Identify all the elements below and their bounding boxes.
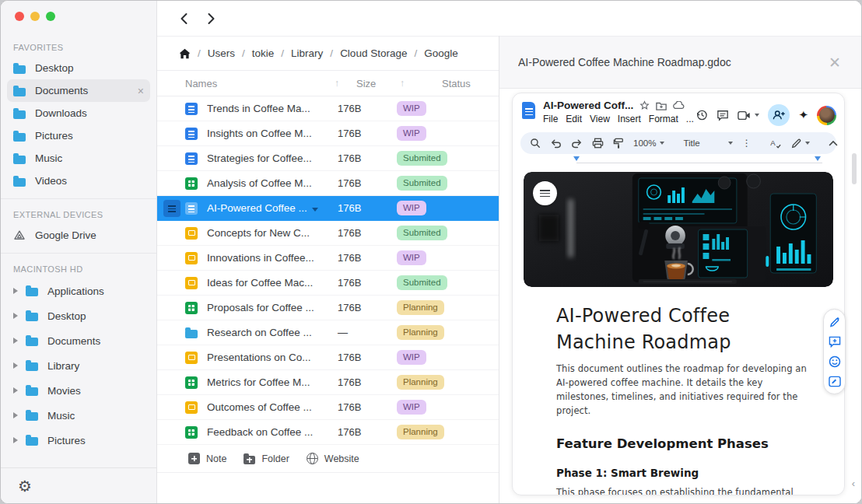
help-me-write-icon[interactable] bbox=[829, 316, 841, 328]
add-comment-icon[interactable] bbox=[829, 336, 841, 348]
sidebar-item-hd-folder[interactable]: Applications bbox=[7, 278, 150, 303]
table-row[interactable]: Concepts for New C... 176B Submited bbox=[157, 221, 499, 246]
spelling-check-icon[interactable]: A bbox=[770, 138, 782, 149]
search-menus-icon[interactable] bbox=[530, 138, 541, 149]
breadcrumb-segment-label[interactable]: Users bbox=[208, 47, 235, 59]
account-avatar[interactable] bbox=[817, 106, 836, 125]
table-row[interactable]: Feedback on Coffee ... 176B Planning bbox=[157, 420, 499, 445]
breadcrumb-segment-label[interactable]: tokie bbox=[252, 47, 275, 59]
close-preview-icon[interactable]: ✕ bbox=[829, 55, 841, 70]
breadcrumb-segment-label[interactable]: Cloud Storage bbox=[340, 47, 407, 59]
gdoc-file-icon bbox=[522, 102, 535, 119]
table-row[interactable]: Insights on Coffee M... 176B WIP bbox=[157, 121, 499, 146]
chevron-down-icon[interactable] bbox=[312, 208, 318, 212]
disclosure-triangle-icon[interactable] bbox=[13, 437, 18, 443]
table-row[interactable]: AI-Powered Coffee ... 176B WIP bbox=[157, 196, 499, 221]
zoom-window-button[interactable] bbox=[46, 12, 55, 21]
gdoc-title[interactable]: AI-Powered Coff... bbox=[543, 100, 633, 111]
breadcrumb-segment-label[interactable]: Google bbox=[424, 47, 458, 59]
sidebar-item-favorite[interactable]: Documents × bbox=[7, 79, 150, 102]
sidebar-item-hd-folder[interactable]: Music bbox=[7, 403, 150, 428]
back-button[interactable] bbox=[179, 12, 189, 25]
table-row[interactable]: Ideas for Coffee Mac... 176B Submited bbox=[157, 271, 499, 296]
meet-camera-icon[interactable] bbox=[738, 110, 759, 121]
column-header-names[interactable]: Names bbox=[185, 78, 335, 89]
redo-icon[interactable] bbox=[571, 138, 583, 149]
sidebar-item-hd-folder[interactable]: Documents bbox=[7, 328, 150, 353]
move-to-folder-icon[interactable] bbox=[656, 101, 667, 110]
sidebar-item-favorite[interactable]: Videos × bbox=[7, 170, 150, 192]
collapse-toolbar-icon[interactable] bbox=[829, 140, 838, 146]
create-item-button[interactable]: Folder bbox=[244, 453, 289, 464]
zoom-select[interactable]: 100% bbox=[633, 138, 664, 148]
collapse-panel-icon[interactable]: ‹ bbox=[852, 478, 855, 489]
share-button[interactable] bbox=[768, 104, 790, 126]
sidebar-item-hd-folder[interactable]: Desktop bbox=[7, 303, 150, 328]
sort-ascending-icon-size[interactable]: ↑ bbox=[400, 78, 422, 89]
sidebar-item-hd-folder[interactable]: Movies bbox=[7, 378, 150, 403]
disclosure-triangle-icon[interactable] bbox=[13, 313, 18, 319]
disclosure-triangle-icon[interactable] bbox=[13, 338, 18, 344]
sidebar-item-favorite[interactable]: Downloads × bbox=[7, 102, 150, 124]
gemini-sparkle-icon[interactable]: ✦ bbox=[798, 108, 808, 122]
cloud-saved-icon[interactable] bbox=[673, 101, 685, 110]
coffee-machine-hero-image[interactable] bbox=[524, 172, 833, 287]
menu-item[interactable]: File bbox=[543, 114, 558, 124]
close-window-button[interactable] bbox=[15, 12, 24, 21]
sidebar-item-favorite[interactable]: Desktop × bbox=[7, 57, 150, 79]
star-icon[interactable] bbox=[639, 100, 650, 110]
image-options-button[interactable] bbox=[533, 181, 557, 205]
sidebar-item-hd-folder[interactable]: Pictures bbox=[7, 428, 150, 453]
file-type-icon bbox=[185, 152, 198, 165]
editing-mode-icon[interactable] bbox=[791, 138, 810, 149]
menu-item[interactable]: Format bbox=[649, 114, 678, 124]
column-header-size[interactable]: Size bbox=[356, 78, 400, 89]
file-size: 176B bbox=[338, 177, 397, 189]
table-row[interactable]: Analysis of Coffee M... 176B Submited bbox=[157, 171, 499, 196]
undo-icon[interactable] bbox=[550, 138, 562, 149]
menu-item[interactable]: View bbox=[590, 114, 610, 124]
create-item-button[interactable]: Note bbox=[188, 453, 226, 464]
indent-marker-right[interactable] bbox=[815, 156, 821, 161]
sidebar-item-favorite[interactable]: Pictures × bbox=[7, 124, 150, 147]
preview-scrollbar-thumb[interactable] bbox=[852, 153, 857, 184]
sidebar-item-favorite[interactable]: Music × bbox=[7, 147, 150, 170]
comments-icon[interactable] bbox=[717, 110, 729, 121]
disclosure-triangle-icon[interactable] bbox=[13, 362, 18, 369]
paint-format-icon[interactable] bbox=[613, 138, 624, 149]
table-row[interactable]: Innovations in Coffee... 176B WIP bbox=[157, 246, 499, 271]
version-history-icon[interactable] bbox=[696, 109, 708, 121]
table-row[interactable]: Research on Coffee ... — Planning bbox=[157, 320, 499, 345]
home-icon[interactable] bbox=[179, 48, 191, 59]
drag-handle-icon[interactable] bbox=[163, 200, 180, 217]
remove-favorite-icon[interactable]: × bbox=[138, 85, 144, 97]
toolbar-overflow-icon[interactable]: ⋮ bbox=[742, 138, 752, 149]
table-row[interactable]: Strategies for Coffee... 176B Submited bbox=[157, 146, 499, 171]
suggest-edits-icon[interactable] bbox=[829, 376, 841, 387]
table-row[interactable]: Metrics for Coffee M... 176B Planning bbox=[157, 370, 499, 395]
sidebar-item-label: Desktop bbox=[47, 310, 86, 322]
settings-gear-icon[interactable]: ⚙ bbox=[18, 478, 32, 494]
menu-item[interactable]: ... bbox=[686, 114, 694, 124]
table-row[interactable]: Outcomes of Coffee ... 176B WIP bbox=[157, 395, 499, 420]
disclosure-triangle-icon[interactable] bbox=[13, 288, 18, 294]
table-row[interactable]: Proposals for Coffee ... 176B Planning bbox=[157, 296, 499, 320]
paragraph-style-select[interactable]: Title bbox=[683, 138, 732, 148]
disclosure-triangle-icon[interactable] bbox=[13, 412, 18, 418]
indent-marker-left[interactable] bbox=[573, 156, 580, 161]
sort-ascending-icon-names[interactable]: ↑ bbox=[335, 78, 356, 89]
forward-button[interactable] bbox=[206, 12, 216, 25]
emoji-reaction-icon[interactable] bbox=[829, 355, 841, 368]
minimize-window-button[interactable] bbox=[30, 12, 40, 21]
column-header-status[interactable]: Status bbox=[442, 78, 471, 89]
menu-item[interactable]: Edit bbox=[566, 114, 582, 124]
breadcrumb-segment-label[interactable]: Library bbox=[291, 47, 323, 59]
sidebar-item-hd-folder[interactable]: Library bbox=[7, 353, 150, 378]
disclosure-triangle-icon[interactable] bbox=[13, 387, 18, 394]
sidebar-item-google-drive[interactable]: Google Drive bbox=[7, 224, 150, 247]
table-row[interactable]: Presentations on Co... 176B WIP bbox=[157, 345, 499, 370]
menu-item[interactable]: Insert bbox=[618, 114, 641, 124]
table-row[interactable]: Trends in Coffee Ma... 176B WIP bbox=[157, 96, 499, 121]
print-icon[interactable] bbox=[592, 138, 604, 149]
create-item-button[interactable]: Website bbox=[307, 453, 359, 464]
